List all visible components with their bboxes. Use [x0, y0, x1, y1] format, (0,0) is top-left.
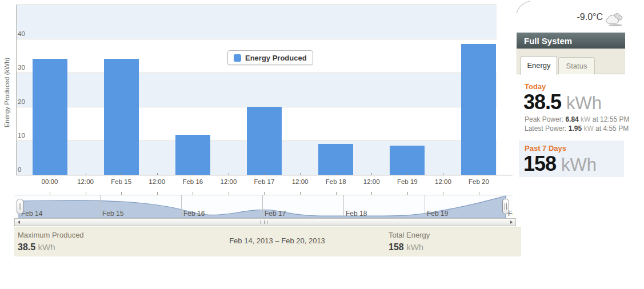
x-tick — [479, 173, 479, 175]
scroll-right-button[interactable] — [507, 219, 515, 226]
y-tick-label: 20 — [18, 98, 25, 105]
scroll-right-icon — [510, 220, 513, 224]
x-tick-label: 12:00 — [280, 178, 320, 185]
bar-feb-14[interactable] — [33, 59, 67, 175]
panel-title: Full System — [517, 36, 572, 46]
x-tick-label: Feb 16 — [173, 178, 213, 185]
maximum-produced-value: 38.5 kWh — [18, 242, 55, 252]
navigator-label: Feb 17 — [265, 210, 286, 218]
bar-feb-17[interactable] — [247, 107, 282, 175]
x-tick — [86, 173, 86, 175]
navigator-label: Feb 18 — [346, 210, 367, 218]
x-tick — [407, 173, 408, 175]
y-axis-title: Energy Produced (kWh) — [3, 38, 10, 147]
navigator-gridline — [343, 195, 344, 218]
x-tick — [300, 173, 301, 175]
range-navigator[interactable]: Feb 14Feb 15Feb 16Feb 17Feb 18Feb 19Feb … — [14, 195, 513, 219]
total-energy-label: Total Energy — [389, 231, 430, 239]
past-7-days-label: Past 7 Days — [525, 144, 566, 152]
x-tick-label: 12:00 — [351, 178, 391, 185]
navigator-label: Feb 15 — [102, 210, 123, 218]
bar-feb-16[interactable] — [175, 135, 210, 175]
x-tick-label: 12:00 — [137, 178, 177, 185]
navigator-label: Feb 19 — [427, 210, 448, 218]
plot-band — [16, 73, 497, 107]
scroll-left-icon — [18, 220, 20, 224]
x-tick-label: Feb 20 — [459, 178, 499, 185]
gridline — [16, 39, 497, 39]
navigator-left-handle[interactable] — [17, 199, 23, 214]
plot-top-border — [16, 5, 497, 5]
temperature-reading: -9.0°C — [549, 12, 603, 22]
legend-label: Energy Produced — [245, 54, 307, 62]
y-tick-label: 40 — [18, 30, 25, 37]
y-tick-label: 10 — [18, 132, 25, 139]
navigator-label: Feb 16 — [183, 210, 205, 218]
navigator-right-handle[interactable] — [502, 199, 509, 214]
x-tick-label: Feb 19 — [387, 178, 427, 185]
bar-feb-18[interactable] — [318, 144, 353, 175]
x-tick-label: Feb 17 — [244, 178, 284, 185]
tab-status[interactable]: Status — [558, 57, 595, 74]
gridline — [16, 73, 497, 73]
x-tick-label: Feb 18 — [316, 178, 356, 185]
latest-power-line: Latest Power: 1.95 kW at 4:55 PM — [525, 125, 629, 133]
bar-feb-20[interactable] — [461, 44, 496, 175]
cloudy-icon — [603, 9, 626, 27]
today-value: 38.5 kWh — [523, 90, 602, 114]
navigator-gridline — [100, 195, 101, 218]
scroll-left-button[interactable] — [15, 219, 23, 226]
date-range: Feb 14, 2013 – Feb 20, 2013 — [217, 236, 337, 245]
chart-scrollbar[interactable] — [14, 218, 516, 226]
y-tick-label: 30 — [18, 64, 25, 71]
bar-feb-19[interactable] — [390, 146, 425, 175]
y-axis-line — [16, 5, 17, 175]
decorative-curve — [514, 0, 533, 14]
x-tick — [336, 173, 337, 175]
x-tick — [264, 173, 265, 175]
chart-legend[interactable]: Energy Produced — [227, 50, 313, 65]
bar-feb-15[interactable] — [104, 59, 139, 175]
x-tick — [371, 173, 372, 175]
past-7-days-value: 158 kWh — [523, 152, 597, 176]
navigator-label: Feb 14 — [21, 210, 42, 218]
plot-band — [16, 5, 497, 39]
x-tick — [157, 173, 158, 175]
x-tick — [443, 173, 443, 175]
x-tick-label: 12:00 — [209, 178, 249, 185]
x-tick — [193, 173, 193, 175]
tab-energy[interactable]: Energy — [521, 56, 557, 75]
legend-swatch-icon — [234, 54, 241, 62]
summary-bar: Maximum Produced 38.5 kWh Feb 14, 2013 –… — [14, 227, 521, 256]
navigator-gridline — [425, 195, 425, 218]
x-tick-label: 12:00 — [423, 178, 463, 185]
energy-dashboard: Energy Produced (kWh) 01020304000:0012:0… — [0, 0, 644, 289]
scrollbar-grip-icon[interactable] — [261, 220, 267, 224]
today-label: Today — [525, 82, 546, 91]
x-tick-label: Feb 15 — [101, 178, 141, 185]
x-tick-label: 12:00 — [66, 178, 106, 185]
y-tick-label: 0 — [18, 166, 21, 173]
x-tick — [50, 173, 50, 175]
panel-header: Full System — [517, 33, 625, 49]
maximum-produced-label: Maximum Produced — [18, 231, 84, 239]
x-tick — [121, 173, 122, 175]
panel-tabs: Energy Status — [517, 49, 625, 74]
x-tick — [229, 173, 229, 175]
x-tick-label: 00:00 — [30, 178, 70, 185]
peak-power-line: Peak Power: 6.84 kW at 12:55 PM — [525, 115, 629, 123]
navigator-gridline — [262, 195, 263, 218]
total-energy-value: 158 kWh — [389, 242, 423, 252]
navigator-gridline — [181, 195, 182, 218]
